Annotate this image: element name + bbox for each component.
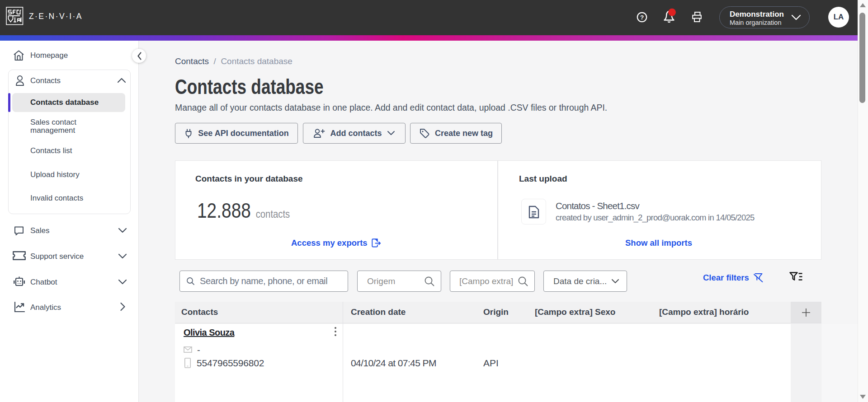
svg-text:?: ? (640, 14, 644, 21)
